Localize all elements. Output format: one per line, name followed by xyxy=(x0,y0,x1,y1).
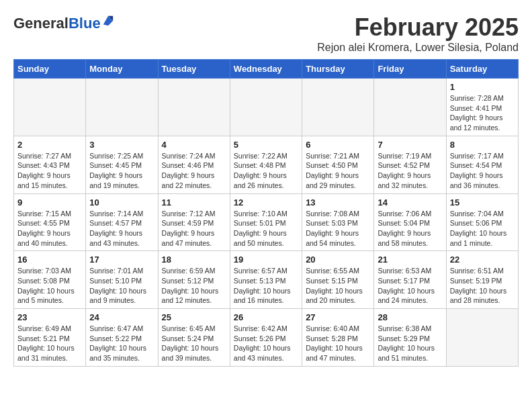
day-number: 19 xyxy=(234,255,298,265)
calendar-cell: 28Sunrise: 6:38 AM Sunset: 5:29 PM Dayli… xyxy=(374,309,446,367)
day-info: Sunrise: 7:01 AM Sunset: 5:10 PM Dayligh… xyxy=(89,266,154,306)
calendar-cell: 11Sunrise: 7:12 AM Sunset: 4:59 PM Dayli… xyxy=(158,193,230,251)
calendar-cell: 6Sunrise: 7:21 AM Sunset: 4:50 PM Daylig… xyxy=(302,136,374,193)
calendar-cell: 22Sunrise: 6:51 AM Sunset: 5:19 PM Dayli… xyxy=(446,251,518,309)
calendar-cell: 13Sunrise: 7:08 AM Sunset: 5:03 PM Dayli… xyxy=(302,193,374,251)
day-number: 10 xyxy=(89,197,154,208)
day-number: 24 xyxy=(89,312,154,322)
calendar-cell: 7Sunrise: 7:19 AM Sunset: 4:52 PM Daylig… xyxy=(374,136,446,193)
day-info: Sunrise: 7:14 AM Sunset: 4:57 PM Dayligh… xyxy=(89,209,154,248)
day-number: 3 xyxy=(89,140,154,150)
calendar-cell xyxy=(86,79,158,136)
logo-general: GeneralBlue xyxy=(13,16,101,31)
calendar-cell: 8Sunrise: 7:17 AM Sunset: 4:54 PM Daylig… xyxy=(446,136,518,193)
week-row-0: 1Sunrise: 7:28 AM Sunset: 4:41 PM Daylig… xyxy=(14,79,519,136)
calendar-cell: 9Sunrise: 7:15 AM Sunset: 4:55 PM Daylig… xyxy=(14,193,86,251)
calendar-cell: 15Sunrise: 7:04 AM Sunset: 5:06 PM Dayli… xyxy=(446,193,518,251)
calendar-cell: 16Sunrise: 7:03 AM Sunset: 5:08 PM Dayli… xyxy=(14,251,86,309)
title-block: February 2025 Rejon alei Kromera, Lower … xyxy=(317,13,519,54)
calendar-table: SundayMondayTuesdayWednesdayThursdayFrid… xyxy=(13,59,519,367)
calendar-cell xyxy=(446,309,518,367)
calendar-cell xyxy=(302,79,374,136)
calendar-cell xyxy=(14,79,86,136)
day-info: Sunrise: 6:59 AM Sunset: 5:12 PM Dayligh… xyxy=(162,266,226,306)
col-header-wednesday: Wednesday xyxy=(230,60,302,79)
day-number: 4 xyxy=(162,140,226,150)
day-info: Sunrise: 7:21 AM Sunset: 4:50 PM Dayligh… xyxy=(306,151,370,191)
day-info: Sunrise: 6:51 AM Sunset: 5:19 PM Dayligh… xyxy=(450,266,515,306)
day-info: Sunrise: 7:12 AM Sunset: 4:59 PM Dayligh… xyxy=(162,209,226,248)
day-info: Sunrise: 6:55 AM Sunset: 5:15 PM Dayligh… xyxy=(306,266,370,306)
day-number: 23 xyxy=(17,312,82,322)
calendar-cell: 20Sunrise: 6:55 AM Sunset: 5:15 PM Dayli… xyxy=(302,251,374,309)
calendar-cell: 4Sunrise: 7:24 AM Sunset: 4:46 PM Daylig… xyxy=(158,136,230,193)
day-info: Sunrise: 6:42 AM Sunset: 5:26 PM Dayligh… xyxy=(234,324,298,363)
day-info: Sunrise: 6:49 AM Sunset: 5:21 PM Dayligh… xyxy=(17,324,82,363)
day-number: 13 xyxy=(306,197,370,208)
day-info: Sunrise: 7:15 AM Sunset: 4:55 PM Dayligh… xyxy=(17,209,82,248)
day-number: 8 xyxy=(450,140,515,150)
day-number: 25 xyxy=(162,312,226,322)
logo: GeneralBlue xyxy=(13,16,114,31)
day-info: Sunrise: 6:40 AM Sunset: 5:28 PM Dayligh… xyxy=(306,324,370,363)
calendar-cell xyxy=(230,79,302,136)
col-header-sunday: Sunday xyxy=(14,60,86,79)
calendar-cell: 12Sunrise: 7:10 AM Sunset: 5:01 PM Dayli… xyxy=(230,193,302,251)
calendar-cell: 24Sunrise: 6:47 AM Sunset: 5:22 PM Dayli… xyxy=(86,309,158,367)
day-number: 26 xyxy=(234,312,298,322)
day-info: Sunrise: 7:10 AM Sunset: 5:01 PM Dayligh… xyxy=(234,209,298,248)
calendar-cell: 3Sunrise: 7:25 AM Sunset: 4:45 PM Daylig… xyxy=(86,136,158,193)
day-info: Sunrise: 7:28 AM Sunset: 4:41 PM Dayligh… xyxy=(450,93,515,133)
main-title: February 2025 xyxy=(317,13,519,42)
day-number: 28 xyxy=(378,312,442,322)
calendar-cell: 1Sunrise: 7:28 AM Sunset: 4:41 PM Daylig… xyxy=(446,79,518,136)
col-header-saturday: Saturday xyxy=(446,60,518,79)
calendar-cell xyxy=(374,79,446,136)
calendar-cell: 19Sunrise: 6:57 AM Sunset: 5:13 PM Dayli… xyxy=(230,251,302,309)
page: GeneralBlue February 2025 Rejon alei Kro… xyxy=(0,0,532,373)
day-number: 15 xyxy=(450,197,515,208)
day-info: Sunrise: 6:38 AM Sunset: 5:29 PM Dayligh… xyxy=(378,324,442,363)
day-number: 21 xyxy=(378,255,442,265)
day-info: Sunrise: 7:03 AM Sunset: 5:08 PM Dayligh… xyxy=(17,266,82,306)
calendar-header-row: SundayMondayTuesdayWednesdayThursdayFrid… xyxy=(14,60,519,79)
day-info: Sunrise: 6:47 AM Sunset: 5:22 PM Dayligh… xyxy=(89,324,154,363)
day-number: 11 xyxy=(162,197,226,208)
day-number: 6 xyxy=(306,140,370,150)
calendar-cell: 21Sunrise: 6:53 AM Sunset: 5:17 PM Dayli… xyxy=(374,251,446,309)
col-header-tuesday: Tuesday xyxy=(158,60,230,79)
calendar-cell: 25Sunrise: 6:45 AM Sunset: 5:24 PM Dayli… xyxy=(158,309,230,367)
calendar-cell: 14Sunrise: 7:06 AM Sunset: 5:04 PM Dayli… xyxy=(374,193,446,251)
day-number: 14 xyxy=(378,197,442,208)
calendar-cell xyxy=(158,79,230,136)
day-info: Sunrise: 7:22 AM Sunset: 4:48 PM Dayligh… xyxy=(234,151,298,191)
day-number: 12 xyxy=(234,197,298,208)
day-info: Sunrise: 7:17 AM Sunset: 4:54 PM Dayligh… xyxy=(450,151,515,191)
day-number: 1 xyxy=(450,82,515,92)
week-row-3: 16Sunrise: 7:03 AM Sunset: 5:08 PM Dayli… xyxy=(14,251,519,309)
day-info: Sunrise: 7:04 AM Sunset: 5:06 PM Dayligh… xyxy=(450,209,515,248)
calendar-cell: 27Sunrise: 6:40 AM Sunset: 5:28 PM Dayli… xyxy=(302,309,374,367)
week-row-2: 9Sunrise: 7:15 AM Sunset: 4:55 PM Daylig… xyxy=(14,193,519,251)
calendar-cell: 5Sunrise: 7:22 AM Sunset: 4:48 PM Daylig… xyxy=(230,136,302,193)
day-info: Sunrise: 7:24 AM Sunset: 4:46 PM Dayligh… xyxy=(162,151,226,191)
day-info: Sunrise: 6:45 AM Sunset: 5:24 PM Dayligh… xyxy=(162,324,226,363)
day-number: 16 xyxy=(17,255,82,265)
calendar-cell: 26Sunrise: 6:42 AM Sunset: 5:26 PM Dayli… xyxy=(230,309,302,367)
header: GeneralBlue February 2025 Rejon alei Kro… xyxy=(13,13,519,54)
day-number: 22 xyxy=(450,255,515,265)
day-number: 20 xyxy=(306,255,370,265)
week-row-1: 2Sunrise: 7:27 AM Sunset: 4:43 PM Daylig… xyxy=(14,136,519,193)
calendar-cell: 17Sunrise: 7:01 AM Sunset: 5:10 PM Dayli… xyxy=(86,251,158,309)
day-info: Sunrise: 6:53 AM Sunset: 5:17 PM Dayligh… xyxy=(378,266,442,306)
day-number: 2 xyxy=(17,140,82,150)
week-row-4: 23Sunrise: 6:49 AM Sunset: 5:21 PM Dayli… xyxy=(14,309,519,367)
col-header-monday: Monday xyxy=(86,60,158,79)
day-number: 7 xyxy=(378,140,442,150)
day-number: 17 xyxy=(89,255,154,265)
day-number: 27 xyxy=(306,312,370,322)
calendar-cell: 18Sunrise: 6:59 AM Sunset: 5:12 PM Dayli… xyxy=(158,251,230,309)
day-number: 9 xyxy=(17,197,82,208)
calendar-cell: 2Sunrise: 7:27 AM Sunset: 4:43 PM Daylig… xyxy=(14,136,86,193)
day-info: Sunrise: 7:19 AM Sunset: 4:52 PM Dayligh… xyxy=(378,151,442,191)
